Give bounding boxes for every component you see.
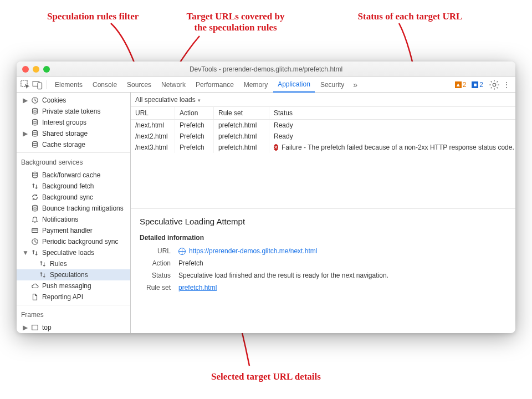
tab-elements[interactable]: Elements	[50, 77, 87, 93]
inspect-icon[interactable]	[20, 79, 31, 90]
sidebar-item-periodic-background-sync[interactable]: Periodic background sync	[17, 236, 130, 247]
sidebar-item-top[interactable]: ▶top	[17, 322, 130, 333]
cell-action: Prefetch	[175, 131, 214, 142]
cell-action: Prefetch	[175, 142, 214, 153]
svg-rect-11	[32, 229, 38, 233]
disclosure-triangle-icon[interactable]: ▶	[22, 324, 28, 331]
col-ruleset[interactable]: Rule set	[214, 107, 269, 119]
sidebar-item-label: Background sync	[42, 193, 93, 201]
sidebar-item-bounce-tracking-mitigations[interactable]: Bounce tracking mitigations	[17, 203, 130, 214]
frame-icon	[31, 324, 39, 331]
kebab-menu-icon[interactable]: ⋮	[501, 79, 512, 90]
sidebar-item-reporting-api[interactable]: Reporting API	[17, 291, 130, 303]
cell-url: /next2.html	[131, 131, 175, 142]
info-count: 2	[479, 81, 483, 89]
sidebar-item-payment-handler[interactable]: Payment handler	[17, 225, 130, 236]
sidebar-item-label: Push messaging	[42, 282, 91, 290]
disclosure-triangle-icon[interactable]: ▶	[22, 96, 28, 104]
sidebar-item-speculative-loads[interactable]: ▼Speculative loads	[17, 247, 130, 258]
tab-application[interactable]: Application	[273, 77, 315, 93]
annotation-filter: Speculation rules filter	[47, 11, 139, 22]
svg-point-9	[33, 172, 38, 174]
db-icon	[31, 204, 39, 212]
tab-memory[interactable]: Memory	[239, 77, 272, 93]
table-row[interactable]: /next.htmlPrefetchprefetch.htmlReady	[131, 120, 515, 131]
tab-performance[interactable]: Performance	[191, 77, 238, 93]
sidebar-item-label: Cache storage	[42, 141, 85, 149]
sidebar-item-cache-storage[interactable]: Cache storage	[17, 139, 130, 150]
table-row[interactable]: /next2.htmlPrefetchprefetch.htmlReady	[131, 131, 515, 142]
sidebar-item-label: Periodic background sync	[42, 238, 118, 245]
speculation-details: Speculative Loading Attempt Detailed inf…	[131, 209, 515, 333]
table-row[interactable]: /next3.htmlPrefetchprefetch.html✕Failure…	[131, 142, 515, 153]
db-icon	[31, 108, 39, 115]
svg-point-8	[33, 141, 38, 144]
details-status-label: Status	[140, 272, 171, 279]
details-ruleset-label: Rule set	[140, 284, 171, 291]
filter-dropdown[interactable]: All speculative loads	[135, 96, 201, 104]
globe-icon	[178, 248, 186, 255]
devtools-window: DevTools - prerender-demos.glitch.me/pre…	[17, 62, 515, 333]
card-icon	[31, 227, 39, 234]
col-action[interactable]: Action	[175, 107, 214, 119]
col-url[interactable]: URL	[131, 107, 175, 119]
sidebar-item-push-messaging[interactable]: Push messaging	[17, 280, 130, 291]
details-ruleset-value[interactable]: prefetch.html	[178, 284, 507, 291]
sidebar-item-speculations[interactable]: Speculations	[17, 269, 130, 280]
sidebar-item-notifications[interactable]: Notifications	[17, 214, 130, 225]
tab-sources[interactable]: Sources	[122, 77, 156, 93]
svg-point-3	[493, 83, 496, 86]
sidebar-item-interest-groups[interactable]: Interest groups	[17, 117, 130, 128]
warnings-indicator[interactable]: ▲2	[455, 81, 467, 89]
cloud-icon	[31, 282, 39, 290]
details-heading: Speculative Loading Attempt	[140, 217, 507, 226]
table-header: URL Action Rule set Status	[131, 107, 515, 120]
clock-icon	[31, 238, 39, 245]
svg-point-10	[33, 205, 38, 207]
sidebar-section-title: Background services	[17, 155, 130, 170]
sidebar-item-private-state-tokens[interactable]: Private state tokens	[17, 106, 130, 117]
tab-console[interactable]: Console	[88, 77, 121, 93]
tab-network[interactable]: Network	[157, 77, 190, 93]
sidebar-item-label: Bounce tracking mitigations	[42, 204, 124, 212]
sidebar-section-title: Frames	[17, 308, 130, 322]
details-action-label: Action	[140, 259, 171, 267]
sidebar-item-shared-storage[interactable]: ▶Shared storage	[17, 128, 130, 139]
disclosure-triangle-icon[interactable]: ▼	[22, 249, 28, 257]
annotation-status: Status of each target URL	[338, 11, 482, 22]
bell-icon	[31, 216, 39, 223]
sidebar-item-label: Cookies	[42, 96, 66, 104]
sidebar-item-background-fetch[interactable]: Background fetch	[17, 181, 130, 192]
disclosure-triangle-icon[interactable]: ▶	[22, 130, 28, 137]
application-main: All speculative loads URL Action Rule se…	[131, 93, 515, 333]
details-url-value[interactable]: https://prerender-demos.glitch.me/next.h…	[178, 247, 507, 255]
details-subheading: Detailed information	[140, 234, 507, 242]
details-action-value: Prefetch	[178, 259, 507, 267]
tab-security[interactable]: Security	[316, 77, 349, 93]
device-toggle-icon[interactable]	[32, 79, 43, 90]
sidebar-item-back-forward-cache[interactable]: Back/forward cache	[17, 170, 130, 181]
sidebar-item-label: Private state tokens	[42, 108, 100, 115]
col-status[interactable]: Status	[269, 107, 515, 119]
svg-rect-2	[38, 83, 42, 89]
sidebar-item-rules[interactable]: Rules	[17, 258, 130, 269]
more-tabs-icon[interactable]: »	[350, 79, 361, 90]
updown-icon	[39, 260, 47, 268]
svg-rect-13	[32, 325, 38, 330]
sidebar-item-label: Rules	[50, 260, 67, 268]
updown-icon	[31, 182, 39, 190]
details-url-label: URL	[140, 247, 171, 255]
sidebar-item-cookies[interactable]: ▶Cookies	[17, 95, 130, 106]
file-icon	[31, 293, 39, 301]
clock-icon	[31, 96, 39, 104]
updown-icon	[39, 271, 47, 279]
settings-icon[interactable]	[489, 79, 500, 90]
sidebar-item-background-sync[interactable]: Background sync	[17, 192, 130, 203]
svg-point-5	[33, 108, 38, 110]
cell-status: ✕Failure - The prefetch failed because o…	[269, 142, 515, 153]
info-indicator[interactable]: ■2	[472, 81, 483, 89]
db-icon	[31, 171, 39, 179]
cell-action: Prefetch	[175, 120, 214, 131]
speculative-loads-filter[interactable]: All speculative loads	[131, 93, 515, 107]
warnings-count: 2	[463, 81, 467, 89]
